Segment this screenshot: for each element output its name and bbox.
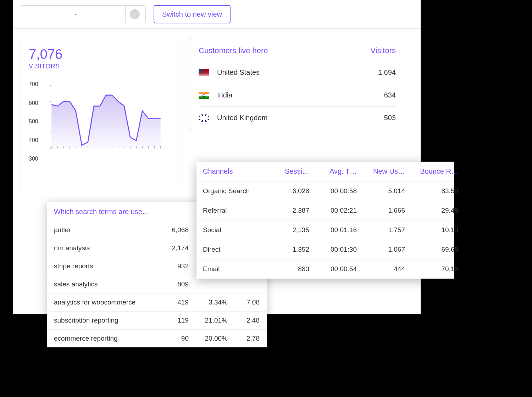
ytick: 300 xyxy=(29,156,38,162)
visitors-label: VISITORS xyxy=(29,63,170,70)
ctr-value: 3.34% xyxy=(189,298,228,306)
country-value: 634 xyxy=(384,91,396,99)
channel-name: Email xyxy=(203,265,270,273)
ytick: 700 xyxy=(29,81,38,88)
country-name: India xyxy=(217,91,384,99)
channel-row[interactable]: Referral2,38700:02:211,66629.49 xyxy=(196,201,454,220)
search-term: sales analytics xyxy=(54,280,157,288)
avg-time-value: 00:01:30 xyxy=(309,246,359,253)
impressions-value: 119 xyxy=(157,317,189,324)
search-term: putler xyxy=(54,226,157,234)
sessions-value: 2,387 xyxy=(270,207,309,214)
channel-row[interactable]: Email88300:00:5444470.16 xyxy=(196,259,454,279)
search-term-row[interactable]: analytics for woocommerce4193.34%7.08 xyxy=(47,293,267,312)
position-value: 2.48 xyxy=(228,317,260,324)
ctr-value: 21.01% xyxy=(189,317,228,324)
position-value: 2.78 xyxy=(228,335,260,342)
ytick: 500 xyxy=(29,118,38,125)
new-users-value: 1,067 xyxy=(359,246,405,253)
bounce-value: 29.49 xyxy=(405,207,458,214)
col-new-users: New Us… xyxy=(359,167,405,175)
channel-row[interactable]: Direct1,35200:01:301,06769.69 xyxy=(196,240,454,259)
country-row[interactable]: United States1,694 xyxy=(199,61,396,84)
sessions-value: 6,028 xyxy=(270,187,309,195)
countries-col-label: Visitors xyxy=(370,46,396,55)
channels-header: Channels Sessi… Avg. T… New Us… Bounce R… xyxy=(196,162,454,181)
channel-row[interactable]: Social2,13500:01:161,75710.13 xyxy=(196,220,454,240)
search-term-row[interactable]: ecommerce reporting9020.00%2.78 xyxy=(47,330,267,347)
search-term: rfm analysis xyxy=(54,244,157,252)
ytick: 400 xyxy=(29,137,38,144)
search-term: subscription reporting xyxy=(54,317,157,324)
ytick: 600 xyxy=(29,100,38,106)
channel-name: Organic Search xyxy=(203,187,270,195)
country-row[interactable]: United Kingdom503 xyxy=(199,107,396,129)
ctr-value: 20.00% xyxy=(189,335,228,342)
channel-row[interactable]: Organic Search6,02800:00:585,01483.50 xyxy=(196,181,454,201)
channels-card: Channels Sessi… Avg. T… New Us… Bounce R… xyxy=(196,162,454,279)
new-users-value: 1,757 xyxy=(359,226,405,234)
avg-time-value: 00:00:54 xyxy=(309,265,359,273)
new-users-value: 444 xyxy=(359,265,405,273)
bounce-value: 69.69 xyxy=(405,246,458,253)
sessions-value: 2,135 xyxy=(270,226,309,234)
switch-view-button[interactable]: Switch to new view xyxy=(154,5,231,23)
avg-time-value: 00:00:58 xyxy=(309,187,359,195)
search-term: ecommerce reporting xyxy=(54,335,157,342)
channel-name: Referral xyxy=(203,207,270,214)
new-users-value: 1,666 xyxy=(359,207,405,214)
impressions-value: 90 xyxy=(157,335,189,342)
impressions-value: 2,174 xyxy=(157,244,189,252)
position-value: 7.08 xyxy=(228,298,260,306)
new-users-value: 5,014 xyxy=(359,187,405,195)
topbar: - Switch to new view xyxy=(13,0,421,29)
sessions-value: 883 xyxy=(270,265,309,273)
search-term: analytics for woocommerce xyxy=(54,298,157,306)
avg-time-value: 00:01:16 xyxy=(309,226,359,234)
country-value: 503 xyxy=(384,114,396,122)
visitors-count: 7,076 xyxy=(29,47,170,62)
account-selector[interactable]: - xyxy=(20,5,146,23)
col-sessions: Sessi… xyxy=(270,167,309,175)
countries-header: Customers live here Visitors xyxy=(199,46,396,61)
bounce-value: 10.13 xyxy=(405,226,458,234)
countries-card: Customers live here Visitors United Stat… xyxy=(189,38,405,130)
visitors-line-chart xyxy=(47,84,164,152)
sessions-value: 1,352 xyxy=(270,246,309,253)
visitors-card: 7,076 VISITORS 700 600 500 400 300 xyxy=(21,38,178,190)
avg-time-value: 00:02:21 xyxy=(309,207,359,214)
country-name: United States xyxy=(217,68,378,77)
country-row[interactable]: India634 xyxy=(199,84,396,107)
impressions-value: 932 xyxy=(157,262,189,270)
country-value: 1,694 xyxy=(378,68,396,77)
channel-name: Direct xyxy=(203,246,270,253)
bounce-value: 83.50 xyxy=(405,187,458,195)
col-bounce: Bounce R… xyxy=(405,167,458,175)
impressions-value: 809 xyxy=(157,280,189,288)
countries-title: Customers live here xyxy=(199,46,268,55)
visitors-chart: 700 600 500 400 300 xyxy=(29,84,170,159)
flag-icon xyxy=(199,92,209,99)
impressions-value: 419 xyxy=(157,298,189,306)
col-channel: Channels xyxy=(203,167,270,175)
col-avg-time: Avg. T… xyxy=(309,167,359,175)
search-term-row[interactable]: subscription reporting11921.01%2.48 xyxy=(47,312,267,330)
chevron-down-icon[interactable] xyxy=(130,9,140,19)
flag-icon xyxy=(199,69,209,76)
selector-value: - xyxy=(26,6,126,23)
search-term: stripe reports xyxy=(54,262,157,270)
impressions-value: 6,068 xyxy=(157,226,189,234)
country-name: United Kingdom xyxy=(217,114,384,122)
channel-name: Social xyxy=(203,226,270,234)
bounce-value: 70.16 xyxy=(405,265,458,273)
flag-icon xyxy=(199,114,209,122)
